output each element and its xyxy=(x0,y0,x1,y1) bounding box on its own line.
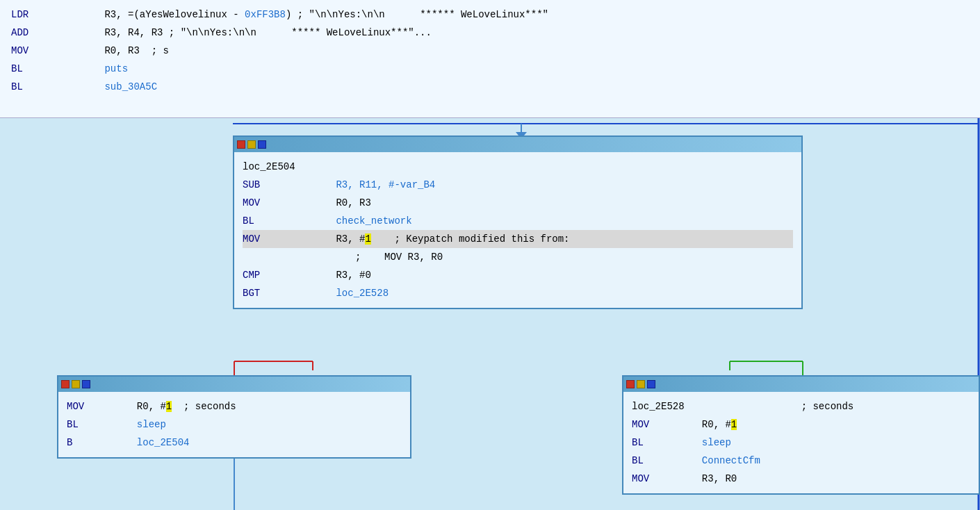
code-line-1: LDR R3, =(aYesWelovelinux - 0xFF3B8) ; "… xyxy=(11,6,969,24)
br-line-loc: loc_2E528 ; seconds xyxy=(632,397,970,416)
bottom-left-content: MOV R0, #1 ; seconds BL sleep B loc_2E50… xyxy=(58,392,410,457)
disasm-line-sub: SUB R3, R11, #-var_B4 xyxy=(243,176,793,194)
disasm-line-loc: loc_2E504 xyxy=(243,158,793,176)
code-line-5: BL sub_30A5C xyxy=(11,78,969,96)
middle-disasm-content: loc_2E504 SUB R3, R11, #-var_B4 MOV R0, … xyxy=(234,152,801,308)
bottom-left-block: MOV R0, #1 ; seconds BL sleep B loc_2E50… xyxy=(57,375,411,459)
disasm-line-comment: ; MOV R3, R0 xyxy=(243,248,793,266)
title-icon-red xyxy=(237,140,245,149)
bottom-right-block: loc_2E528 ; seconds MOV R0, #1 BL sleep … xyxy=(622,375,980,495)
middle-titlebar xyxy=(234,137,801,152)
middle-disasm-block: loc_2E504 SUB R3, R11, #-var_B4 MOV R0, … xyxy=(233,135,803,309)
code-line-2: ADD R3, R4, R3 ; "\n\nYes:\n\n ***** WeL… xyxy=(11,24,969,42)
br-line-mov: MOV R0, #1 xyxy=(632,416,970,434)
br-icon-blue xyxy=(647,380,655,388)
bottom-right-content: loc_2E528 ; seconds MOV R0, #1 BL sleep … xyxy=(623,392,979,493)
br-line-bl-sleep: BL sleep xyxy=(632,434,970,452)
bl-line-b: B loc_2E504 xyxy=(67,434,402,452)
disasm-line-mov-highlighted: MOV R3, #1 ; Keypatch modified this from… xyxy=(243,230,793,248)
code-line-3: MOV R0, R3 ; s xyxy=(11,42,969,60)
bl-icon-blue xyxy=(82,380,90,388)
br-icon-red xyxy=(626,380,635,388)
bl-icon-red xyxy=(61,380,70,388)
disasm-line-bl-check: BL check_network xyxy=(243,212,793,230)
title-icon-blue xyxy=(258,140,266,149)
br-line-bl-connect: BL ConnectCfm xyxy=(632,452,970,470)
bottom-left-titlebar xyxy=(58,377,410,392)
br-line-mov2: MOV R3, R0 xyxy=(632,470,970,488)
br-icon-yellow xyxy=(637,380,645,388)
disasm-line-cmp: CMP R3, #0 xyxy=(243,266,793,284)
bl-line-mov: MOV R0, #1 ; seconds xyxy=(67,397,402,416)
disasm-line-mov1: MOV R0, R3 xyxy=(243,194,793,212)
bl-icon-yellow xyxy=(72,380,80,388)
title-icon-yellow xyxy=(247,140,256,149)
disasm-line-bgt: BGT loc_2E528 xyxy=(243,284,793,302)
top-code-area: LDR R3, =(aYesWelovelinux - 0xFF3B8) ; "… xyxy=(0,0,980,118)
bl-line-bl: BL sleep xyxy=(67,416,402,434)
bottom-right-titlebar xyxy=(623,377,979,392)
code-line-4: BL puts xyxy=(11,60,969,78)
